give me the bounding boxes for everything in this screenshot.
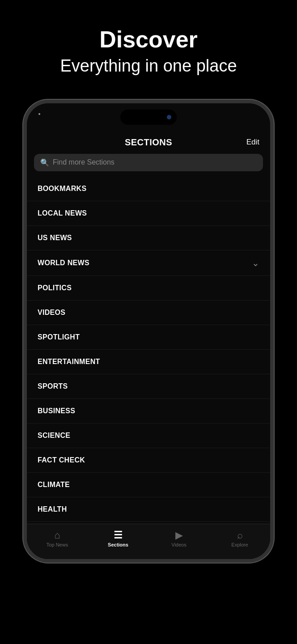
nav-item-sections[interactable]: ☰Sections [88,528,148,550]
dynamic-island [120,110,177,125]
section-item-label: SPORTS [38,382,68,390]
screen-title: SECTIONS [125,137,172,148]
section-item-label: BUSINESS [38,407,75,415]
chevron-down-icon: ⌄ [252,258,259,267]
explore-icon: ⌕ [237,530,243,540]
section-item[interactable]: BOOKMARKS [27,177,270,201]
edit-button[interactable]: Edit [246,138,259,147]
section-item-label: SPOTLIGHT [38,333,80,341]
section-item[interactable]: SCIENCE [27,424,270,448]
section-item-label: BOOKMARKS [38,185,86,193]
videos-icon: ▶ [175,530,183,540]
section-item[interactable]: HEALTH [27,497,270,522]
promo-title: Discover [99,27,198,52]
nav-item-explore[interactable]: ⌕Explore [209,528,270,550]
section-item-label: US NEWS [38,234,72,242]
bottom-nav: ⌂Top News☰Sections▶Videos⌕Explore [27,524,270,559]
nav-item-top-news[interactable]: ⌂Top News [27,528,88,550]
section-item-label: SCIENCE [38,432,70,440]
sections-label: Sections [108,542,128,547]
section-item-label: FACT CHECK [38,456,85,464]
section-item[interactable]: SPORTS [27,374,270,399]
section-item-label: LOCAL NEWS [38,209,87,217]
section-item-label: HEALTH [38,505,67,513]
section-item[interactable]: WORLD NEWS⌄ [27,250,270,276]
section-item-label: VIDEOS [38,309,65,317]
search-bar[interactable]: 🔍 Find more Sections [34,154,263,171]
phone-frame: SECTIONS Edit 🔍 Find more Sections BOOKM… [23,100,274,563]
promo-area: Discover Everything in one place [0,0,297,95]
section-item[interactable]: SPOTLIGHT [27,325,270,350]
section-item-label: CLIMATE [38,481,70,489]
indicator-light [38,113,40,115]
section-item[interactable]: FACT CHECK [27,448,270,473]
section-item[interactable]: LOCAL NEWS [27,201,270,226]
videos-label: Videos [171,542,186,547]
section-item-label: WORLD NEWS [38,259,89,267]
section-item[interactable]: US NEWS [27,226,270,250]
sections-list: BOOKMARKSLOCAL NEWSUS NEWSWORLD NEWS⌄POL… [27,175,270,524]
section-item[interactable]: POLITICS [27,276,270,301]
nav-item-videos[interactable]: ▶Videos [148,528,209,550]
section-item-label: ENTERTAINMENT [38,358,100,366]
search-icon: 🔍 [40,158,49,167]
section-item[interactable]: BUSINESS [27,399,270,424]
section-item[interactable]: CLIMATE [27,473,270,497]
section-item[interactable]: ENTERTAINMENT [27,350,270,374]
camera-dot [167,115,171,119]
promo-subtitle: Everything in one place [60,55,237,77]
search-placeholder: Find more Sections [53,158,115,166]
screen-header: SECTIONS Edit [27,133,270,154]
section-item[interactable]: VIDEOS [27,301,270,325]
top-news-icon: ⌂ [54,530,60,540]
top-news-label: Top News [47,542,68,547]
phone-content: SECTIONS Edit 🔍 Find more Sections BOOKM… [27,103,270,559]
explore-label: Explore [231,542,248,547]
section-item-label: POLITICS [38,284,72,292]
sections-icon: ☰ [114,530,123,540]
